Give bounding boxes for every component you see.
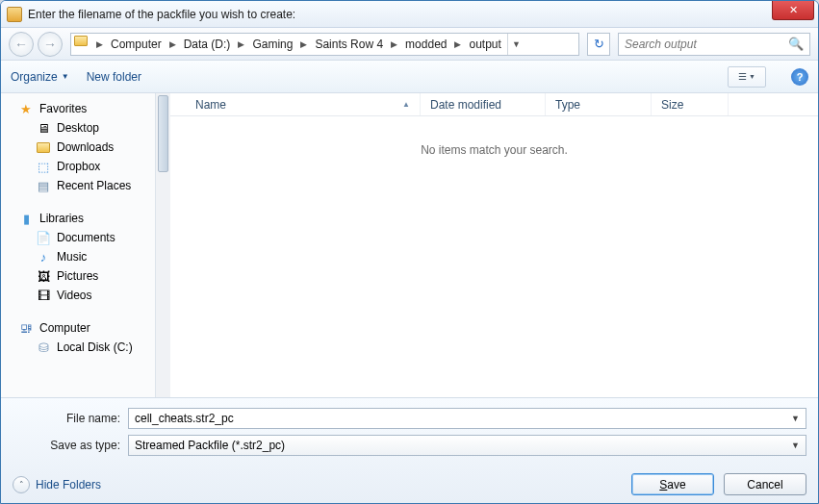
saveas-type-select[interactable]: Streamed Packfile (*.str2_pc) ▼ — [128, 435, 806, 456]
new-folder-button[interactable]: New folder — [87, 70, 141, 84]
tree-label: Pictures — [57, 269, 98, 283]
col-name[interactable]: Name▲ — [170, 93, 421, 115]
desktop-icon: 🖥 — [36, 120, 51, 136]
breadcrumb-seg[interactable]: Data (D:) — [178, 34, 237, 55]
bottom-panel: File name: ▼ Save as type: Streamed Pack… — [1, 397, 818, 503]
close-icon: ✕ — [789, 4, 798, 16]
chevron-right-icon[interactable]: ▶ — [94, 39, 105, 49]
chevron-down-icon: ▼ — [62, 72, 69, 81]
hide-folders-label: Hide Folders — [36, 478, 101, 491]
forward-icon: → — [43, 37, 57, 52]
tree-item-videos[interactable]: 🎞Videos — [1, 286, 155, 305]
star-icon: ★ — [18, 101, 34, 116]
file-list[interactable]: Name▲ Date modified Type Size No items m… — [170, 93, 818, 397]
refresh-button[interactable]: ↻ — [587, 33, 610, 56]
col-size[interactable]: Size — [652, 93, 729, 115]
breadcrumb-seg[interactable]: Computer — [105, 34, 167, 55]
chevron-down-icon[interactable]: ▼ — [791, 414, 800, 423]
tree-item-downloads[interactable]: Downloads — [1, 138, 155, 157]
search-box[interactable]: 🔍 — [618, 33, 810, 56]
app-icon — [7, 7, 22, 22]
save-button[interactable]: Save — [631, 473, 714, 495]
disk-icon: ⛁ — [36, 340, 51, 355]
navigation-pane[interactable]: ★ Favorites 🖥Desktop Downloads ⬚Dropbox … — [1, 93, 155, 397]
downloads-icon — [36, 139, 51, 155]
cancel-label: Cancel — [747, 478, 782, 491]
chevron-down-icon: ▼ — [749, 73, 755, 80]
breadcrumb-seg[interactable]: output — [463, 34, 506, 55]
filename-combo[interactable]: ▼ — [128, 408, 806, 429]
col-type[interactable]: Type — [546, 93, 652, 115]
breadcrumb-seg[interactable]: Gaming — [246, 34, 298, 55]
view-icon: ☰ — [738, 71, 747, 82]
organize-label: Organize — [11, 70, 58, 84]
tree-label: Desktop — [57, 121, 99, 135]
chevron-right-icon[interactable]: ▶ — [167, 39, 178, 49]
search-input[interactable] — [625, 38, 788, 51]
tree-label: Documents — [57, 231, 115, 244]
tree-label: Computer — [39, 321, 90, 335]
tree-item-localdisk[interactable]: ⛁Local Disk (C:) — [1, 338, 155, 357]
collapse-icon: ˄ — [13, 476, 30, 493]
help-button[interactable]: ? — [791, 68, 808, 86]
chevron-down-icon[interactable]: ▼ — [791, 441, 800, 450]
help-icon: ? — [797, 71, 804, 83]
tree-item-music[interactable]: ♪Music — [1, 247, 155, 266]
tree-favorites[interactable]: ★ Favorites — [1, 99, 155, 118]
chevron-right-icon[interactable]: ▶ — [452, 39, 463, 49]
empty-message: No items match your search. — [170, 143, 818, 157]
saveas-label: Save as type: — [13, 439, 120, 452]
breadcrumb[interactable]: ▶ Computer ▶ Data (D:) ▶ Gaming ▶ Saints… — [70, 33, 579, 56]
chevron-right-icon[interactable]: ▶ — [236, 39, 246, 49]
chevron-right-icon[interactable]: ▶ — [389, 39, 399, 49]
filename-label: File name: — [13, 412, 120, 425]
tree-item-pictures[interactable]: 🖼Pictures — [1, 266, 155, 286]
tree-item-desktop[interactable]: 🖥Desktop — [1, 118, 155, 138]
recent-icon: ▤ — [36, 178, 51, 193]
view-menu[interactable]: ☰ ▼ — [728, 66, 766, 88]
refresh-icon: ↻ — [594, 37, 604, 51]
forward-button[interactable]: → — [38, 32, 63, 57]
cancel-button[interactable]: Cancel — [724, 473, 806, 495]
tree-item-dropbox[interactable]: ⬚Dropbox — [1, 157, 155, 176]
body-area: ★ Favorites 🖥Desktop Downloads ⬚Dropbox … — [1, 93, 818, 397]
column-headers: Name▲ Date modified Type Size — [170, 93, 818, 116]
libraries-icon: ▮ — [18, 211, 34, 226]
tree-label: Recent Places — [57, 179, 131, 192]
organize-menu[interactable]: Organize ▼ — [11, 70, 69, 84]
hide-folders-button[interactable]: ˄ Hide Folders — [13, 476, 101, 493]
tree-label: Downloads — [57, 140, 114, 154]
scroll-thumb[interactable] — [158, 95, 168, 172]
col-date[interactable]: Date modified — [421, 93, 546, 115]
sort-asc-icon: ▲ — [402, 100, 410, 109]
nav-row: ← → ▶ Computer ▶ Data (D:) ▶ Gaming ▶ Sa… — [1, 28, 818, 61]
breadcrumb-dropdown[interactable]: ▼ — [507, 34, 525, 55]
breadcrumb-seg[interactable]: Saints Row 4 — [309, 34, 389, 55]
tree-label: Favorites — [39, 102, 87, 115]
tree-libraries[interactable]: ▮ Libraries — [1, 209, 155, 228]
videos-icon: 🎞 — [36, 288, 51, 303]
search-icon[interactable]: 🔍 — [788, 37, 804, 51]
close-button[interactable]: ✕ — [772, 1, 814, 20]
pictures-icon: 🖼 — [36, 268, 51, 284]
back-button[interactable]: ← — [9, 32, 34, 57]
tree-label: Local Disk (C:) — [57, 340, 133, 354]
tree-item-recent[interactable]: ▤Recent Places — [1, 176, 155, 195]
tree-label: Videos — [57, 289, 91, 302]
titlebar[interactable]: Enter the filename of the packfile you w… — [1, 1, 818, 28]
tree-label: Dropbox — [57, 160, 100, 173]
breadcrumb-seg[interactable]: modded — [399, 34, 452, 55]
tree-label: Libraries — [39, 212, 84, 225]
filename-input[interactable] — [135, 410, 791, 427]
new-folder-label: New folder — [87, 70, 141, 84]
dropbox-icon: ⬚ — [36, 159, 51, 174]
folder-icon — [74, 36, 91, 53]
documents-icon: 📄 — [36, 230, 51, 245]
tree-computer[interactable]: 🖳 Computer — [1, 318, 155, 338]
tree-item-documents[interactable]: 📄Documents — [1, 228, 155, 247]
save-dialog-window: Enter the filename of the packfile you w… — [0, 0, 819, 504]
tree-label: Music — [57, 250, 87, 264]
chevron-right-icon[interactable]: ▶ — [298, 39, 309, 49]
nav-scrollbar[interactable] — [155, 93, 170, 397]
computer-icon: 🖳 — [18, 320, 34, 336]
